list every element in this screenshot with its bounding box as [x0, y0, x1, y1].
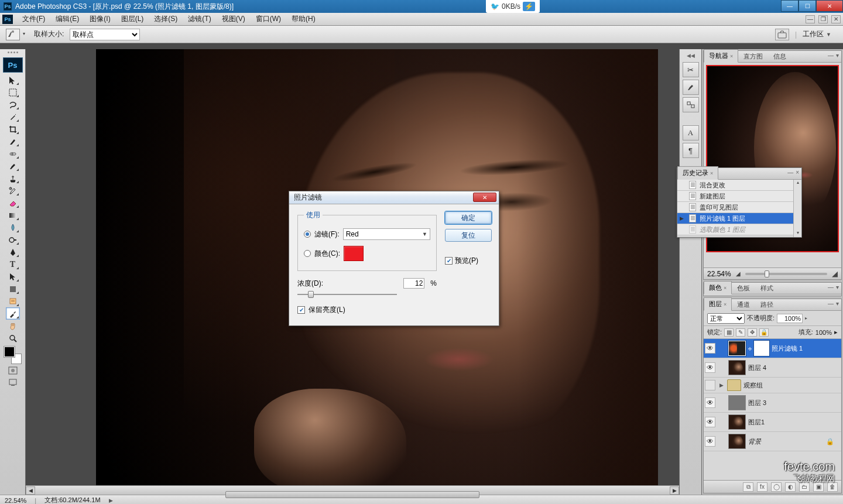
workspace-menu[interactable]: 工作区▼ [803, 29, 831, 39]
layer-name[interactable]: 背景 [748, 437, 761, 446]
blend-mode-select[interactable]: 正常 [707, 313, 745, 324]
panel-menu-icon[interactable]: ▾ [836, 52, 839, 59]
mdi-restore-button[interactable]: ❐ [818, 15, 828, 23]
ps-logo-icon[interactable]: Ps [2, 15, 13, 24]
layer-thumbnail[interactable] [728, 360, 746, 375]
layer-row[interactable]: 👁 图层 4 [704, 358, 841, 378]
lock-position-icon[interactable]: ✥ [748, 328, 757, 337]
eraser-tool[interactable] [6, 197, 20, 209]
layer-row[interactable]: ▶ 观察组 [704, 378, 841, 393]
history-item[interactable]: ▶照片滤镜 1 图层 [677, 213, 793, 224]
navigator-zoom-slider[interactable] [745, 273, 827, 275]
dialog-close-button[interactable]: ✕ [473, 193, 496, 202]
clone-stamp-tool[interactable] [6, 172, 20, 184]
menu-file[interactable]: 文件(F) [18, 13, 50, 25]
status-zoom[interactable]: 22.54% [5, 497, 26, 504]
tab-info[interactable]: 信息 [768, 50, 791, 63]
panel-minimize-icon[interactable]: — [828, 284, 834, 290]
path-selection-tool[interactable] [6, 270, 20, 283]
layer-name[interactable]: 照片滤镜 1 [772, 344, 803, 353]
reset-button[interactable]: 复位 [445, 229, 492, 242]
layer-thumbnail[interactable] [728, 434, 746, 449]
visibility-toggle[interactable]: 👁 [705, 343, 715, 354]
color-radio[interactable] [304, 250, 311, 257]
screen-mode-toggle[interactable] [6, 377, 19, 388]
visibility-toggle[interactable] [705, 380, 715, 390]
lock-transparency-icon[interactable]: ▦ [724, 328, 734, 337]
color-swatch[interactable] [344, 246, 364, 261]
dialog-titlebar[interactable]: 照片滤镜 ✕ [289, 191, 499, 204]
history-scrollbar[interactable]: ▴▾ [793, 180, 801, 237]
layer-name[interactable]: 观察组 [743, 381, 763, 390]
foreground-color[interactable] [4, 347, 15, 357]
density-slider[interactable] [297, 290, 397, 299]
layer-row[interactable]: 👁 图层 3 [704, 393, 841, 413]
minimize-button[interactable]: — [781, 0, 799, 12]
scroll-left-button[interactable]: ◀ [26, 486, 35, 495]
preserve-luminosity-checkbox[interactable]: ✔ [297, 306, 305, 314]
filter-combobox[interactable]: Red▼ [343, 228, 430, 240]
quick-mask-toggle[interactable] [6, 365, 19, 376]
lasso-tool[interactable] [6, 98, 20, 111]
sample-size-select[interactable]: 取样点 [70, 29, 140, 40]
panel-minimize-icon[interactable]: — [828, 52, 834, 59]
tab-paths[interactable]: 路径 [755, 298, 779, 311]
mdi-minimize-button[interactable]: — [806, 15, 815, 23]
tab-channels[interactable]: 通道 [732, 298, 755, 311]
dock-paragraph-icon[interactable]: ¶ [683, 143, 699, 158]
magic-wand-tool[interactable] [6, 111, 20, 123]
panel-close-icon[interactable]: × [796, 169, 799, 176]
filter-radio[interactable] [304, 231, 311, 238]
type-tool[interactable]: T [6, 258, 20, 270]
panel-menu-icon[interactable]: ▾ [836, 300, 839, 307]
brush-tool[interactable] [6, 160, 20, 172]
blur-tool[interactable] [6, 221, 20, 234]
visibility-toggle[interactable]: 👁 [705, 362, 715, 373]
history-brush-tool[interactable] [6, 184, 20, 197]
layer-row[interactable]: 👁 背景 🔒 [704, 432, 841, 451]
opacity-field[interactable]: 100% [777, 314, 803, 323]
color-swatches[interactable] [4, 347, 22, 364]
menu-select[interactable]: 选择(S) [149, 13, 182, 25]
panel-minimize-icon[interactable]: — [787, 169, 793, 176]
goto-bridge-button[interactable] [775, 29, 789, 40]
dock-tool-presets-icon[interactable]: ✂ [683, 62, 699, 77]
layer-mask-thumbnail[interactable] [754, 341, 769, 356]
history-item[interactable]: 混合更改 [677, 180, 793, 191]
eyedropper-tool[interactable] [6, 307, 20, 320]
scroll-right-button[interactable]: ▶ [670, 486, 679, 495]
ok-button[interactable]: 确定 [445, 211, 492, 224]
menu-edit[interactable]: 编辑(E) [51, 13, 84, 25]
mdi-close-button[interactable]: ✕ [831, 15, 841, 23]
history-item[interactable]: 选取颜色 1 图层 [677, 224, 793, 235]
panel-minimize-icon[interactable]: — [828, 300, 834, 307]
hand-tool[interactable] [6, 320, 20, 332]
layer-name[interactable]: 图层 3 [748, 399, 766, 407]
visibility-toggle[interactable]: 👁 [705, 436, 715, 447]
tool-preset-picker[interactable] [6, 29, 20, 40]
zoom-in-icon[interactable]: ◢ [832, 269, 838, 278]
layer-thumbnail[interactable] [728, 341, 746, 356]
tab-histogram[interactable]: 直方图 [738, 50, 768, 63]
scroll-thumb[interactable] [225, 491, 479, 498]
tool-palette-handle[interactable] [2, 52, 24, 56]
layer-row[interactable]: 👁 ⎆ 照片滤镜 1 [704, 339, 841, 358]
layer-name[interactable]: 图层 4 [748, 364, 766, 372]
menu-layer[interactable]: 图层(L) [116, 13, 149, 25]
tab-layers[interactable]: 图层× [704, 297, 732, 311]
tab-color[interactable]: 颜色× [704, 281, 732, 294]
preview-checkbox[interactable]: ✔ [445, 257, 453, 265]
pen-tool[interactable] [6, 246, 20, 258]
shape-tool[interactable] [6, 283, 20, 295]
tab-swatches[interactable]: 色板 [732, 282, 755, 294]
horizontal-scrollbar[interactable]: ◀ ▶ [26, 485, 679, 495]
lock-pixels-icon[interactable]: ✎ [736, 328, 745, 337]
density-input[interactable] [403, 278, 424, 289]
tab-history[interactable]: 历史记录× [677, 166, 718, 180]
tab-navigator[interactable]: 导航器× [704, 49, 738, 63]
layer-thumbnail[interactable] [728, 414, 746, 430]
status-menu-icon[interactable]: ▶ [109, 498, 113, 503]
dodge-tool[interactable] [6, 234, 20, 246]
menu-view[interactable]: 视图(V) [217, 13, 250, 25]
healing-brush-tool[interactable] [6, 148, 20, 160]
